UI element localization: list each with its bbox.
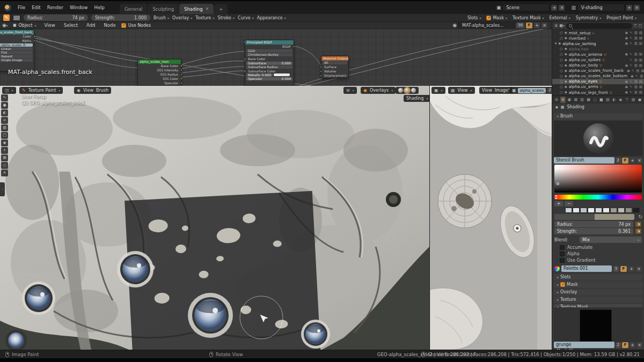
- tab-physics[interactable]: ◉: [618, 97, 623, 103]
- disclosure-dot[interactable]: ○: [560, 79, 563, 84]
- output-target-dropdown[interactable]: All: [323, 61, 347, 64]
- 3d-viewport[interactable]: ◳▾ ✎Texture Paint▾ ◉ View Brush ⊞▾ ◉Over…: [0, 86, 429, 350]
- selectable-icon[interactable]: ↖: [630, 58, 632, 62]
- render-disable-icon[interactable]: ▤: [639, 52, 642, 56]
- specular-slider[interactable]: Specular0.500: [246, 77, 292, 80]
- selectable-icon[interactable]: ↖: [630, 85, 632, 89]
- selectable-icon[interactable]: ↖: [630, 90, 632, 94]
- gizmo-dropdown[interactable]: ⊞▾: [343, 87, 357, 94]
- menu-help[interactable]: Help: [91, 5, 107, 10]
- outliner-item[interactable]: ○◈alpha.uv_scales_side_bottom◉↖▥▤: [552, 73, 644, 79]
- symmetry-popover[interactable]: Symmetry▾: [576, 16, 602, 20]
- filter-icon[interactable]: ▽: [634, 24, 636, 28]
- tab-world[interactable]: ○: [592, 97, 598, 103]
- shader-menu-view[interactable]: View: [41, 23, 58, 28]
- fill-tool-icon[interactable]: ▧: [1, 124, 8, 131]
- disclosure-dot[interactable]: ○: [560, 31, 563, 35]
- disclosure-dot[interactable]: ○: [560, 47, 563, 51]
- subsurface-slider[interactable]: Subsurface0.000: [246, 62, 292, 65]
- strength-slider[interactable]: Strength:0.361: [554, 228, 633, 234]
- new-material-button[interactable]: +: [534, 23, 540, 28]
- palette-swatch[interactable]: [610, 208, 617, 213]
- overlays-toggle[interactable]: ◉Overlays▾: [361, 87, 396, 94]
- palette-name-field[interactable]: Palette.001: [561, 265, 612, 272]
- outliner-item[interactable]: ○◈alpha.uv_scales_front_back◉↖▥▤: [552, 68, 644, 73]
- mask-section-checkbox[interactable]: [560, 282, 565, 287]
- render-disable-icon[interactable]: ▤: [639, 85, 642, 89]
- radius-slider[interactable]: Radius:74 px: [24, 14, 88, 21]
- blender-logo-icon[interactable]: [4, 4, 11, 11]
- tab-render[interactable]: ▣: [567, 97, 572, 103]
- overlay-section-header[interactable]: ▸Overlay: [554, 289, 642, 295]
- palette-swatch[interactable]: [603, 208, 610, 213]
- subsurface-color-swatch[interactable]: [274, 73, 290, 76]
- radius-pressure-toggle[interactable]: ◑: [635, 221, 642, 227]
- tab-tool[interactable]: ⚙: [560, 97, 566, 103]
- shader-editor-type-icon[interactable]: ◉▾: [2, 23, 8, 28]
- outliner-search-input[interactable]: [566, 23, 632, 29]
- mask-checkbox[interactable]: [486, 16, 491, 20]
- unlink-palette-button[interactable]: ×: [636, 266, 642, 272]
- disclosure-dot[interactable]: ○: [560, 69, 563, 73]
- palette-remove-button[interactable]: −: [565, 201, 573, 206]
- clone-tool-icon[interactable]: ≈: [1, 117, 8, 124]
- soften-tool-icon[interactable]: ●: [1, 102, 8, 109]
- new-collection-icon[interactable]: ▢: [638, 24, 642, 28]
- tab-particles[interactable]: ◐: [611, 97, 617, 103]
- image-name-field[interactable]: alpha_scales_fr: [0, 43, 33, 47]
- hide-eye-icon[interactable]: ◉: [625, 90, 628, 94]
- appearance-popover[interactable]: Appearance▾: [257, 16, 286, 20]
- new-palette-button[interactable]: +: [628, 266, 634, 272]
- disclosure-dot[interactable]: ○: [560, 52, 563, 56]
- toolbar-grip[interactable]: ‹: [0, 182, 5, 196]
- mask-popover[interactable]: Mask▾: [486, 16, 507, 20]
- viewport-disable-icon[interactable]: ▥: [634, 31, 638, 35]
- view-layer-selector[interactable]: V-shading: [577, 4, 625, 11]
- delete-scene-button[interactable]: ×: [559, 5, 565, 11]
- outliner-item-selected[interactable]: ○◈alpha.uv_eyes▽◉↖▥▤: [552, 79, 644, 84]
- hide-eye-icon[interactable]: ◉: [627, 69, 630, 73]
- palette-add-button[interactable]: +: [554, 201, 563, 206]
- strength-pressure-toggle[interactable]: ◑: [635, 228, 642, 234]
- texture-mask-popover[interactable]: Texture Mask▾: [513, 16, 544, 20]
- hide-eye-icon[interactable]: ◉: [625, 52, 628, 56]
- overlay-popover[interactable]: Overlay▾: [172, 16, 192, 20]
- distribution-dropdown[interactable]: GGX: [246, 49, 292, 53]
- viewport-disable-icon[interactable]: ▥: [634, 85, 638, 89]
- pin-icon[interactable]: ▪: [555, 105, 558, 109]
- new-layer-button[interactable]: +: [626, 5, 632, 11]
- expand-icon[interactable]: ▾: [555, 41, 557, 46]
- secondary-color[interactable]: [595, 214, 635, 220]
- add-tool-icon[interactable]: +: [1, 147, 8, 154]
- tab-object[interactable]: ■: [598, 97, 604, 103]
- image-texture-node[interactable]: a_scales_front_back_ao.png Color Alpha a…: [0, 29, 34, 71]
- selectable-icon[interactable]: ↖: [630, 52, 632, 56]
- hide-eye-icon[interactable]: ◉: [625, 85, 628, 89]
- outliner-display-mode-icon[interactable]: ▦▾: [559, 24, 565, 28]
- disclosure-dot[interactable]: ○: [560, 74, 563, 78]
- brush-preview[interactable]: [554, 121, 642, 156]
- fake-user-button[interactable]: F: [622, 158, 628, 164]
- palette-swatch[interactable]: [588, 208, 595, 213]
- outliner-item[interactable]: ○◈alpha.uv_antena▽◉↖▥▤: [552, 51, 644, 57]
- outliner-item[interactable]: ○◈mist_setup▿◉↖▥▤: [552, 30, 644, 35]
- palette-swatch[interactable]: [595, 208, 602, 213]
- annotate-tool-icon[interactable]: ◇: [1, 162, 8, 169]
- use-nodes-checkbox[interactable]: [121, 23, 126, 28]
- viewport-menu-brush[interactable]: Brush: [96, 88, 108, 93]
- selectable-icon[interactable]: ↖: [630, 31, 632, 35]
- image-selector[interactable]: alpha_scales_fro..: [518, 88, 546, 93]
- outliner-item[interactable]: ○◈alpha.uv_spikes▽↖▥▤: [552, 57, 644, 62]
- disclosure-dot[interactable]: ○: [560, 58, 563, 62]
- close-tab-icon[interactable]: ×: [206, 6, 209, 11]
- hue-slider[interactable]: [554, 195, 642, 200]
- menu-file[interactable]: File: [14, 5, 28, 10]
- viewport-disable-icon[interactable]: ▥: [636, 69, 639, 73]
- render-disable-icon[interactable]: ▤: [639, 90, 642, 94]
- image-menu-image[interactable]: Image*: [495, 88, 510, 93]
- palette-swatch[interactable]: [573, 208, 580, 213]
- new-brush-button[interactable]: +: [630, 158, 635, 164]
- selectable-icon[interactable]: ↖: [635, 74, 638, 78]
- disclosure-dot[interactable]: ○: [560, 90, 563, 94]
- menu-window[interactable]: Window: [67, 5, 91, 10]
